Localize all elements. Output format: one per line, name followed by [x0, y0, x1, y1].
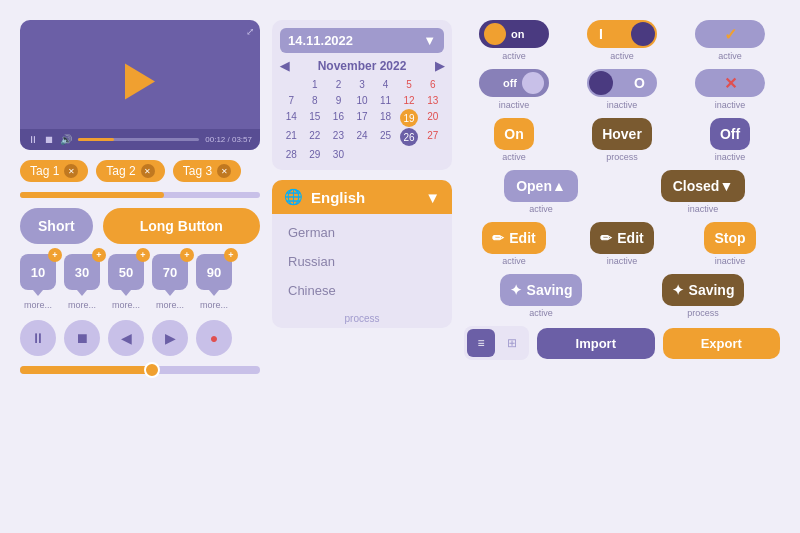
open-button[interactable]: Open ▲	[504, 170, 578, 202]
cal-day-12[interactable]: 12	[398, 93, 421, 108]
video-controls: ⏸ ⏹ 🔊 00:12 / 03:57	[20, 129, 260, 150]
saving-active-button[interactable]: ✦ Saving	[500, 274, 583, 306]
cal-day-21[interactable]: 21	[280, 128, 303, 146]
lang-chinese[interactable]: Chinese	[272, 276, 452, 305]
tag-1[interactable]: Tag 1 ✕	[20, 160, 88, 182]
saving-row: ✦ Saving active ✦ Saving process	[464, 274, 780, 318]
toggle-on[interactable]: on	[479, 20, 549, 48]
cal-day-2[interactable]: 2	[327, 77, 350, 92]
cal-day-15[interactable]: 15	[304, 109, 327, 127]
edit-active-button[interactable]: ✏ Edit	[482, 222, 545, 254]
cal-day-4[interactable]: 4	[374, 77, 397, 92]
counter-bubble-90[interactable]: 90 +	[196, 254, 232, 290]
counter-plus-30[interactable]: +	[92, 248, 106, 262]
cal-day-18[interactable]: 18	[374, 109, 397, 127]
calendar-prev-btn[interactable]: ◀	[280, 59, 289, 73]
middle-column: 14.11.2022 ▼ ◀ November 2022 ▶ 123456789…	[272, 20, 452, 513]
counter-bubble-10[interactable]: 10 +	[20, 254, 56, 290]
video-progress-bar[interactable]	[78, 138, 199, 141]
saving-process-button[interactable]: ✦ Saving	[662, 274, 745, 306]
cal-day-27[interactable]: 27	[421, 128, 444, 146]
short-button[interactable]: Short	[20, 208, 93, 244]
counter-90: 90 + more...	[196, 254, 232, 310]
cal-day-13[interactable]: 13	[421, 93, 444, 108]
cal-day-24[interactable]: 24	[351, 128, 374, 146]
cal-day-20[interactable]: 20	[421, 109, 444, 127]
cal-day-10[interactable]: 10	[351, 93, 374, 108]
stop-ctrl[interactable]: ⏹	[44, 134, 54, 145]
calendar-next-btn[interactable]: ▶	[435, 59, 444, 73]
export-button[interactable]: Export	[663, 328, 781, 359]
calendar-header: 14.11.2022 ▼	[280, 28, 444, 53]
cal-day-28[interactable]: 28	[280, 147, 303, 162]
cal-day-3[interactable]: 3	[351, 77, 374, 92]
counter-value-10: 10	[31, 265, 45, 280]
media-next-btn[interactable]: ▶	[152, 320, 188, 356]
tag-3-remove[interactable]: ✕	[217, 164, 231, 178]
media-pause-btn[interactable]: ⏸	[20, 320, 56, 356]
tag-slider[interactable]	[20, 192, 260, 198]
long-button[interactable]: Long Button	[103, 208, 260, 244]
list-view-btn[interactable]: ≡	[467, 329, 495, 357]
media-record-btn[interactable]: ●	[196, 320, 232, 356]
counter-plus-50[interactable]: +	[136, 248, 150, 262]
x-toggle[interactable]: ✕	[695, 69, 765, 97]
pill-toggle-inactive[interactable]: O	[587, 69, 657, 97]
media-stop-btn[interactable]: ⏹	[64, 320, 100, 356]
cal-day-9[interactable]: 9	[327, 93, 350, 108]
cal-day-16[interactable]: 16	[327, 109, 350, 127]
cal-day-17[interactable]: 17	[351, 109, 374, 127]
counter-bubble-30[interactable]: 30 +	[64, 254, 100, 290]
lang-russian[interactable]: Russian	[272, 247, 452, 276]
cal-day-7[interactable]: 7	[280, 93, 303, 108]
cal-day-23[interactable]: 23	[327, 128, 350, 146]
tag-3[interactable]: Tag 3 ✕	[173, 160, 241, 182]
slider-thumb[interactable]	[144, 362, 160, 378]
cal-day-25[interactable]: 25	[374, 128, 397, 146]
language-dropdown-header[interactable]: 🌐 English ▼	[272, 180, 452, 214]
cal-day-11[interactable]: 11	[374, 93, 397, 108]
play-button[interactable]	[125, 63, 155, 99]
cal-day-8[interactable]: 8	[304, 93, 327, 108]
edit-inactive-button[interactable]: ✏ Edit	[590, 222, 653, 254]
media-prev-btn[interactable]: ◀	[108, 320, 144, 356]
toggle-off[interactable]: off	[479, 69, 549, 97]
import-button[interactable]: Import	[537, 328, 655, 359]
check-toggle[interactable]: ✓	[695, 20, 765, 48]
counter-plus-10[interactable]: +	[48, 248, 62, 262]
pause-ctrl[interactable]: ⏸	[28, 134, 38, 145]
cal-day-26[interactable]: 26	[400, 128, 418, 146]
volume-ctrl[interactable]: 🔊	[60, 134, 72, 145]
hover-button[interactable]: Hover	[592, 118, 652, 150]
off-button[interactable]: Off	[710, 118, 750, 150]
on-button[interactable]: On	[494, 118, 533, 150]
cal-day-19[interactable]: 19	[400, 109, 418, 127]
counter-plus-90[interactable]: +	[224, 248, 238, 262]
tag-1-remove[interactable]: ✕	[64, 164, 78, 178]
cal-day-22[interactable]: 22	[304, 128, 327, 146]
slider-track[interactable]	[20, 366, 260, 374]
cal-day-14[interactable]: 14	[280, 109, 303, 127]
pill-toggle-active[interactable]: I	[587, 20, 657, 48]
cal-day-1[interactable]: 1	[304, 77, 327, 92]
cal-day-29[interactable]: 29	[304, 147, 327, 162]
grid-view-btn[interactable]: ⊞	[498, 329, 526, 357]
cal-day-6[interactable]: 6	[421, 77, 444, 92]
cal-day-30[interactable]: 30	[327, 147, 350, 162]
counter-plus-70[interactable]: +	[180, 248, 194, 262]
closed-button[interactable]: Closed ▼	[661, 170, 746, 202]
tag-2-remove[interactable]: ✕	[141, 164, 155, 178]
pill-toggle-inactive-item: O inactive	[572, 69, 672, 110]
counter-value-50: 50	[119, 265, 133, 280]
expand-icon[interactable]: ⤢	[246, 26, 254, 37]
calendar-header-arrow[interactable]: ▼	[423, 33, 436, 48]
tag-2[interactable]: Tag 2 ✕	[96, 160, 164, 182]
stop-button[interactable]: Stop	[704, 222, 755, 254]
counter-bubble-70[interactable]: 70 +	[152, 254, 188, 290]
open-arrow: ▲	[552, 178, 566, 194]
counter-bubble-50[interactable]: 50 +	[108, 254, 144, 290]
lang-german[interactable]: German	[272, 218, 452, 247]
cal-day-5[interactable]: 5	[398, 77, 421, 92]
counter-value-90: 90	[207, 265, 221, 280]
check-icon: ✓	[724, 25, 737, 44]
